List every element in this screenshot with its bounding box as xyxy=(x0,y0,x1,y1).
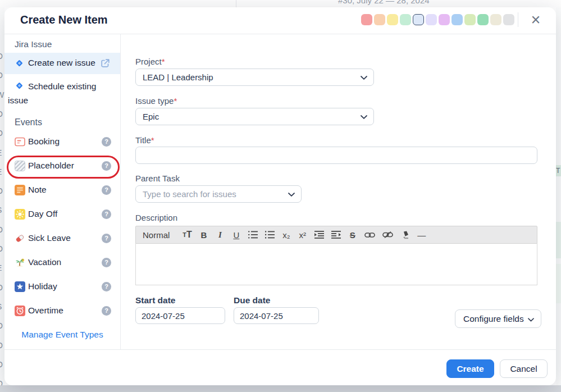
sidebar-item-booking[interactable]: Booking ? xyxy=(4,135,120,149)
configure-fields-label: Configure fields xyxy=(463,314,524,324)
help-icon[interactable]: ? xyxy=(102,258,111,267)
required-asterisk: * xyxy=(174,96,177,106)
color-swatch[interactable] xyxy=(374,14,385,25)
help-icon[interactable]: ? xyxy=(102,209,111,219)
color-swatch[interactable] xyxy=(426,14,437,25)
sidebar-item-vacation[interactable]: Vacation ? xyxy=(4,256,120,270)
project-select[interactable]: LEAD | Leadership xyxy=(135,69,374,86)
help-icon[interactable]: ? xyxy=(102,137,111,147)
bullet-list-icon[interactable] xyxy=(265,229,275,240)
parent-task-placeholder: Type to search for issues xyxy=(143,189,236,199)
project-label: Project* xyxy=(135,57,165,66)
help-icon[interactable]: ? xyxy=(102,282,111,291)
color-swatch[interactable] xyxy=(439,14,450,25)
placeholder-icon xyxy=(15,161,25,171)
sidebar-item-label: Create new issue xyxy=(28,58,95,68)
sidebar-item-create-new-issue[interactable]: Create new issue xyxy=(4,53,120,74)
bold-icon[interactable]: B xyxy=(199,229,208,240)
sidebar-item-label: Sick Leave xyxy=(28,233,71,243)
background-week-header-strip: #30, July 22 — 28, 2024 xyxy=(0,0,561,7)
indent-icon[interactable] xyxy=(314,229,324,240)
description-toolbar: Normal TT B I U x₂ x² S — xyxy=(135,226,537,244)
sidebar-item-label: Placeholder xyxy=(28,161,74,171)
font-size-icon[interactable]: TT xyxy=(183,229,192,240)
description-label: Description xyxy=(135,213,177,222)
italic-icon[interactable]: I xyxy=(216,229,225,240)
sidebar-item-schedule-existing-issue[interactable]: Schedule existing issue xyxy=(8,79,108,107)
color-swatch[interactable] xyxy=(464,14,476,25)
issue-type-value: Epic xyxy=(143,112,159,121)
booking-icon xyxy=(15,136,25,147)
description-editor[interactable] xyxy=(135,244,537,285)
horizontal-rule-icon[interactable]: — xyxy=(417,229,426,240)
color-swatch[interactable] xyxy=(400,14,411,25)
cancel-button[interactable]: Cancel xyxy=(500,359,548,378)
sidebar-item-overtime[interactable]: Overtime ? xyxy=(4,304,120,318)
sidebar-item-label: Day Off xyxy=(28,209,57,219)
chevron-down-icon xyxy=(288,193,295,197)
sidebar-item-day-off[interactable]: Day Off ? xyxy=(4,207,120,222)
highlight-icon[interactable] xyxy=(400,229,410,240)
sidebar-item-holiday[interactable]: Holiday ? xyxy=(4,280,120,294)
section-header-jira: Jira Issue xyxy=(15,39,52,49)
page-background: #30, July 22 — 28, 2024 OOWOOEEOSOOEOSOO… xyxy=(0,0,561,392)
color-swatch-selected[interactable] xyxy=(413,14,424,25)
header-divider xyxy=(518,12,518,27)
color-swatch[interactable] xyxy=(477,14,489,25)
color-swatch[interactable] xyxy=(490,14,501,25)
color-swatch[interactable] xyxy=(451,14,463,25)
link-icon[interactable] xyxy=(364,229,375,240)
due-date-label: Due date xyxy=(234,295,270,306)
overtime-icon xyxy=(15,306,25,316)
day-off-icon xyxy=(15,209,25,220)
superscript-icon[interactable]: x² xyxy=(298,229,307,240)
background-week-label: #30, July 22 — 28, 2024 xyxy=(338,0,430,5)
issue-type-select[interactable]: Epic xyxy=(135,108,374,125)
manage-event-types-link[interactable]: Manage Event Types xyxy=(4,330,120,340)
issue-type-label: Issue type* xyxy=(135,96,177,106)
color-swatch[interactable] xyxy=(387,14,398,25)
create-button[interactable]: Create xyxy=(446,359,494,378)
external-link-icon[interactable] xyxy=(100,58,111,69)
subscript-icon[interactable]: x₂ xyxy=(282,229,291,240)
ordered-list-icon[interactable] xyxy=(248,229,258,240)
title-input[interactable] xyxy=(135,147,537,164)
outdent-icon[interactable] xyxy=(331,229,341,240)
color-swatch[interactable] xyxy=(361,14,372,25)
parent-task-select[interactable]: Type to search for issues xyxy=(135,185,302,203)
color-swatch[interactable] xyxy=(503,14,514,25)
create-new-item-modal: Create New Item × Jira Issue Cre xyxy=(4,7,556,385)
sidebar-item-placeholder[interactable]: Placeholder ? xyxy=(4,159,120,174)
background-right-sliver: T xyxy=(556,7,561,385)
sidebar-item-note[interactable]: Note ? xyxy=(4,183,120,198)
sidebar-item-label: Overtime xyxy=(28,306,63,316)
parent-task-label: Parent Task xyxy=(135,174,180,183)
start-date-label: Start date xyxy=(135,295,176,306)
holiday-icon xyxy=(15,281,25,292)
strikethrough-icon[interactable]: S xyxy=(348,229,357,240)
background-event-block xyxy=(556,222,561,258)
event-type-sidebar: Jira Issue Create new issue Schedule exi… xyxy=(4,34,120,349)
close-button[interactable]: × xyxy=(527,10,545,29)
sidebar-item-sick-leave[interactable]: Sick Leave ? xyxy=(4,231,120,246)
help-icon[interactable]: ? xyxy=(102,234,111,243)
help-icon[interactable]: ? xyxy=(102,185,111,195)
sidebar-item-label: Note xyxy=(28,185,47,195)
help-icon[interactable]: ? xyxy=(102,306,111,316)
due-date-input[interactable] xyxy=(234,307,319,324)
note-icon xyxy=(15,185,25,195)
close-icon: × xyxy=(531,11,541,29)
sidebar-item-label: Vacation xyxy=(28,257,61,267)
configure-fields-button[interactable]: Configure fields xyxy=(455,309,541,328)
unlink-icon[interactable] xyxy=(382,229,393,240)
jira-icon xyxy=(15,58,24,68)
project-value: LEAD | Leadership xyxy=(143,72,213,82)
underline-icon[interactable]: U xyxy=(232,229,241,240)
vacation-icon xyxy=(15,257,25,268)
jira-icon xyxy=(15,81,24,90)
help-icon[interactable]: ? xyxy=(102,161,111,171)
paragraph-style-dropdown[interactable]: Normal xyxy=(143,230,170,240)
start-date-input[interactable] xyxy=(135,307,225,324)
sick-leave-icon xyxy=(15,233,25,244)
title-label: Title* xyxy=(135,135,154,145)
